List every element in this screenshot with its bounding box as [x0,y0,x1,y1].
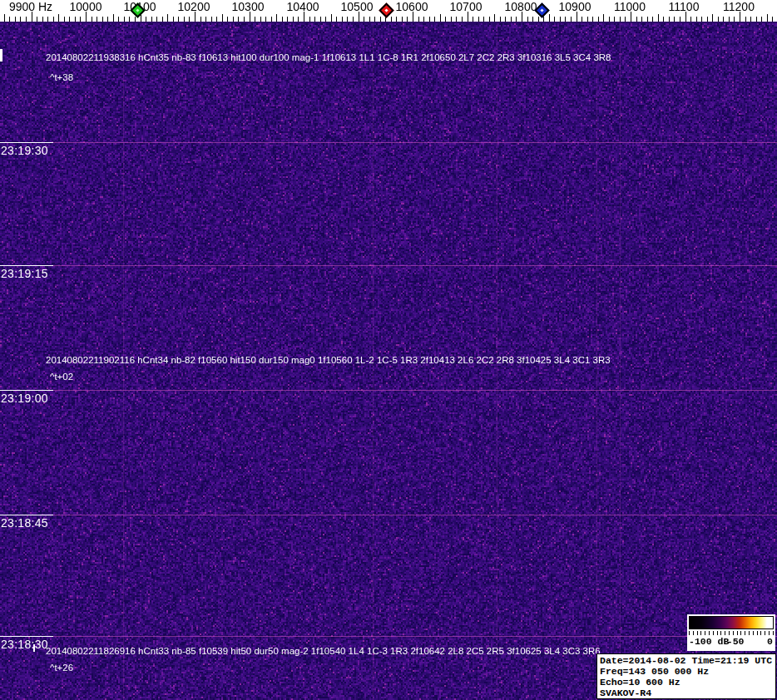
colorbar-gradient [689,616,774,629]
colorbar: -100 dB -50 0 [687,614,775,651]
ruler-tick [391,17,392,22]
ruler-tick [347,17,348,22]
freq-tick-label: 10200 [178,0,210,13]
colorbar-ticks [689,629,774,635]
ruler-tick [53,17,54,22]
ruler-tick [64,17,65,22]
ruler-tick [146,17,146,22]
meteor-echo-spectrogram-window: 9900 Hz100001010010200103001040010500106… [0,0,777,700]
ruler-tick [587,17,588,22]
ruler-tick [494,14,495,22]
ruler-tick [478,17,479,22]
ruler-tick [75,17,76,22]
ruler-tick [162,17,163,22]
ruler-tick [200,17,201,22]
ruler-tick [505,17,506,22]
ruler-tick [483,17,484,22]
ruler-tick [577,12,577,22]
ruler-tick [652,17,653,22]
ruler-tick [396,17,397,22]
frequency-ruler: 9900 Hz100001010010200103001040010500106… [0,0,777,22]
ruler-tick [647,17,648,22]
spectrogram-canvas [0,22,777,700]
ruler-tick [440,14,441,22]
ruler-tick [238,17,239,22]
ruler-tick [413,12,413,22]
freq-tick-label: 10600 [396,0,428,13]
ruler-tick [745,17,746,22]
ruler-tick [592,17,593,22]
ruler-tick [304,12,304,22]
ruler-tick [701,17,702,22]
colorbar-label-min: -100 dB [689,636,729,647]
freq-tick-label: 11200 [723,0,755,13]
ruler-tick [522,12,522,22]
ruler-tick [767,14,768,22]
ruler-tick [462,17,463,22]
ruler-tick [178,17,179,22]
ruler-tick [184,17,185,22]
ruler-tick [549,14,550,22]
ruler-tick [543,17,544,22]
ruler-tick [527,17,528,22]
ruler-tick [707,17,708,22]
ruler-tick [625,17,626,22]
ruler-tick [636,17,637,22]
ruler-tick [631,12,631,22]
freq-tick-label: 10300 [232,0,265,13]
ruler-tick [718,17,719,22]
freq-tick-label: 10900 [559,0,591,13]
ruler-tick [42,17,43,22]
freq-tick-label: 9900 Hz [9,0,52,13]
ruler-tick [97,17,97,22]
ruler-tick [151,17,152,22]
ruler-tick [37,17,37,22]
ruler-tick [603,14,604,22]
ruler-tick [565,17,566,22]
ruler-tick [325,17,326,22]
ruler-tick [92,17,92,22]
freq-tick-label: 10700 [450,0,483,13]
red-diamond-marker [379,2,393,17]
ruler-tick [451,17,452,22]
ruler-tick [532,17,533,22]
info-station: SVAKOV-R4 [600,688,773,698]
ruler-tick [222,14,223,22]
ruler-tick [723,17,724,22]
ruler-tick [287,17,288,22]
ruler-tick [107,17,108,22]
ruler-tick [205,17,206,22]
ruler-tick [26,17,27,22]
ruler-tick [233,17,234,22]
ruler-tick [669,17,670,22]
ruler-tick [582,17,582,22]
info-echo: Echo=10 600 Hz [600,677,773,688]
ruler-tick [571,17,572,22]
ruler-tick [407,17,408,22]
ruler-tick [129,17,130,22]
ruler-tick [696,17,697,22]
ruler-tick [195,12,195,22]
ruler-tick [167,14,168,22]
ruler-tick [189,17,190,22]
ruler-tick [750,17,751,22]
colorbar-label-mid: -50 [727,636,745,647]
ruler-tick [113,14,114,22]
ruler-tick [511,17,512,22]
ruler-bottom-edge [0,22,777,23]
ruler-tick [298,17,299,22]
marker-center-dot [540,8,543,12]
ruler-tick [69,17,70,22]
ruler-tick [118,17,119,22]
ruler-tick [740,12,740,22]
ruler-tick [690,17,691,22]
ruler-tick [336,17,337,22]
ruler-tick [680,17,680,22]
ruler-tick [712,14,713,22]
ruler-tick [15,17,16,22]
ruler-tick [500,17,501,22]
ruler-tick [86,12,87,22]
ruler-tick [255,17,255,22]
station-info-box: Date=2014-08-02 Time=21:19 UTCFreq=143 0… [596,653,776,699]
ruler-tick [47,17,48,22]
